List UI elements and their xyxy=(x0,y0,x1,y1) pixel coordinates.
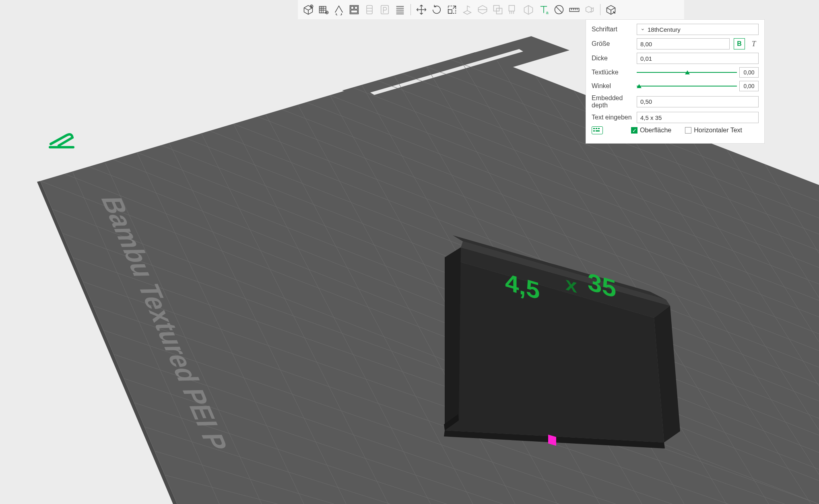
svg-rect-66 xyxy=(320,6,326,13)
surface-check-label: Oberfläche xyxy=(640,127,671,134)
depth-input[interactable] xyxy=(637,96,759,107)
keyboard-icon[interactable] xyxy=(592,126,603,134)
add-cube-button[interactable] xyxy=(301,2,316,17)
thickness-input[interactable] xyxy=(637,53,759,64)
scale-button[interactable] xyxy=(445,2,459,17)
support-paint-button[interactable] xyxy=(506,2,520,17)
main-toolbar: a xyxy=(298,0,684,19)
font-value: 18thCentury xyxy=(648,26,681,33)
svg-rect-73 xyxy=(381,6,389,14)
angle-label: Winkel xyxy=(592,82,633,90)
move-button[interactable] xyxy=(414,2,429,17)
svg-rect-70 xyxy=(355,6,357,9)
check-icon xyxy=(685,127,691,134)
layers-button[interactable] xyxy=(393,2,407,17)
variable-height-button[interactable] xyxy=(362,2,377,17)
thickness-label: Dicke xyxy=(592,55,633,62)
gap-slider[interactable] xyxy=(637,72,737,73)
angle-slider[interactable] xyxy=(637,86,737,86)
horizontal-check-label: Horizontaler Text xyxy=(694,127,742,134)
svg-rect-80 xyxy=(448,10,452,13)
font-label: Schriftart xyxy=(592,26,633,33)
place-face-button[interactable] xyxy=(460,2,474,17)
assembly-button[interactable] xyxy=(582,2,597,17)
measure-button[interactable] xyxy=(567,2,582,17)
svg-rect-83 xyxy=(509,6,515,11)
check-icon xyxy=(631,127,637,134)
seam-paint-button[interactable] xyxy=(521,2,536,17)
mesh-boolean-button[interactable] xyxy=(491,2,505,17)
text-tool-button[interactable]: a xyxy=(536,2,551,17)
text-input[interactable] xyxy=(637,112,759,123)
toolbar-separator xyxy=(600,4,600,15)
horizontal-text-checkbox[interactable]: Horizontaler Text xyxy=(685,127,742,134)
svg-rect-68 xyxy=(350,6,359,14)
text-input-label: Text eingeben xyxy=(592,114,633,121)
size-input[interactable] xyxy=(637,38,730,49)
svg-text:a: a xyxy=(546,10,549,15)
part-p-button[interactable] xyxy=(378,2,392,17)
svg-rect-69 xyxy=(351,6,354,9)
svg-rect-86 xyxy=(569,8,579,12)
size-label: Größe xyxy=(592,40,633,47)
rotate-button[interactable] xyxy=(429,2,444,17)
model-text-part-b: x xyxy=(565,272,577,297)
gap-label: Textlücke xyxy=(592,69,633,76)
svg-rect-71 xyxy=(351,10,357,13)
svg-rect-72 xyxy=(367,6,372,14)
svg-marker-60 xyxy=(445,247,461,430)
surface-checkbox[interactable]: Oberfläche xyxy=(631,127,671,134)
italic-button[interactable]: T xyxy=(749,38,759,49)
negative-part-button[interactable] xyxy=(552,2,566,17)
arrange-button[interactable] xyxy=(347,2,361,17)
auto-orient-button[interactable] xyxy=(332,2,346,17)
font-dropdown[interactable]: 18thCentury xyxy=(637,24,759,35)
depth-label: Embeddeddepth xyxy=(592,95,633,109)
text-properties-panel: Schriftart 18thCentury Größe B T Dicke T… xyxy=(586,19,765,144)
gap-value[interactable]: 0,00 xyxy=(739,67,759,78)
color-paint-button[interactable] xyxy=(604,2,618,17)
angle-value[interactable]: 0,00 xyxy=(739,81,759,91)
cut-button[interactable] xyxy=(475,2,490,17)
toolbar-separator xyxy=(411,4,411,15)
bold-button[interactable]: B xyxy=(734,38,745,49)
add-plate-button[interactable] xyxy=(316,2,331,17)
